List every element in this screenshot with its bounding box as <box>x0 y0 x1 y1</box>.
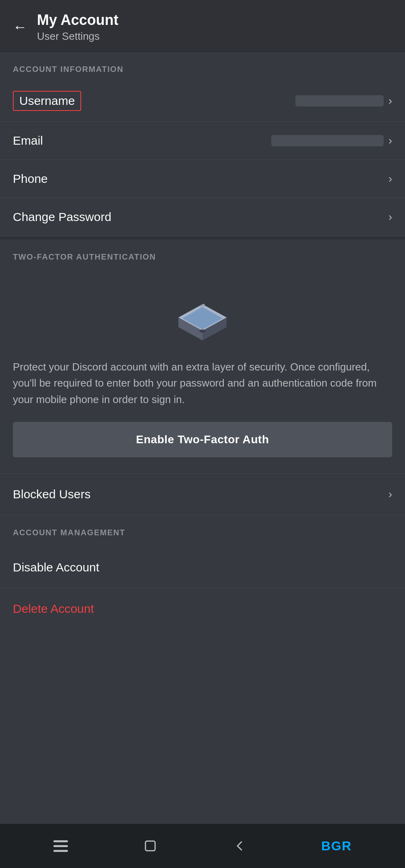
disable-account-label: Disable Account <box>13 561 99 574</box>
svg-point-4 <box>199 330 206 333</box>
tfa-section-header: TWO-FACTOR AUTHENTICATION <box>0 240 405 268</box>
page-title: My Account <box>37 11 119 29</box>
username-chevron-icon: › <box>389 94 392 107</box>
nav-home-button[interactable] <box>142 838 158 854</box>
email-value-area: › <box>271 134 392 147</box>
delete-account-label: Delete Account <box>13 602 94 616</box>
svg-rect-6 <box>145 841 155 851</box>
menu-icon <box>53 840 68 852</box>
account-info-section-header: ACCOUNT INFORMATION <box>0 52 405 80</box>
phone-label: Phone <box>13 172 48 186</box>
enable-tfa-button[interactable]: Enable Two-Factor Auth <box>13 422 392 457</box>
header: ← My Account User Settings <box>0 0 405 52</box>
blocked-users-row[interactable]: Blocked Users › <box>0 473 405 515</box>
blocked-users-label: Blocked Users <box>13 487 90 501</box>
change-password-chevron-icon: › <box>389 211 392 223</box>
email-row[interactable]: Email › <box>0 122 405 160</box>
account-management-section: Disable Account Delete Account <box>0 547 405 629</box>
phone-value-area: › <box>389 172 392 185</box>
phone-row[interactable]: Phone › <box>0 160 405 198</box>
email-value-blurred <box>271 135 384 146</box>
page-wrapper: ← My Account User Settings ACCOUNT INFOR… <box>0 0 405 678</box>
bottom-nav: BGR <box>0 824 405 868</box>
header-text: My Account User Settings <box>37 11 119 43</box>
change-password-row[interactable]: Change Password › <box>0 198 405 236</box>
tfa-description: Protect your Discord account with an ext… <box>13 359 392 407</box>
back-button[interactable]: ← <box>13 20 27 34</box>
username-highlight-box: Username <box>13 91 81 111</box>
nav-menu-button[interactable] <box>53 840 68 852</box>
phone-icon <box>166 288 239 344</box>
change-password-value-area: › <box>389 211 392 223</box>
phone-illustration <box>13 288 392 344</box>
section-divider-1 <box>0 236 405 240</box>
back-icon <box>233 839 247 853</box>
disable-account-row[interactable]: Disable Account <box>0 547 405 588</box>
username-value-blurred <box>295 95 384 106</box>
account-mgmt-section-header: ACCOUNT MANAGEMENT <box>0 515 405 544</box>
bgr-logo: BGR <box>321 839 352 854</box>
phone-chevron-icon: › <box>389 172 392 185</box>
username-row[interactable]: Username › <box>0 80 405 122</box>
change-password-label: Change Password <box>13 210 111 224</box>
content-area: ACCOUNT INFORMATION Username › Email › P… <box>0 52 405 629</box>
page-subtitle: User Settings <box>37 30 119 43</box>
blocked-users-chevron-icon: › <box>389 488 392 501</box>
home-icon <box>142 838 158 854</box>
tfa-section: Protect your Discord account with an ext… <box>0 268 405 473</box>
username-value-area: › <box>295 94 392 107</box>
email-chevron-icon: › <box>389 134 392 147</box>
delete-account-row[interactable]: Delete Account <box>0 588 405 629</box>
nav-back-button[interactable] <box>233 839 247 853</box>
username-label: Username <box>19 94 75 107</box>
email-label: Email <box>13 134 43 147</box>
